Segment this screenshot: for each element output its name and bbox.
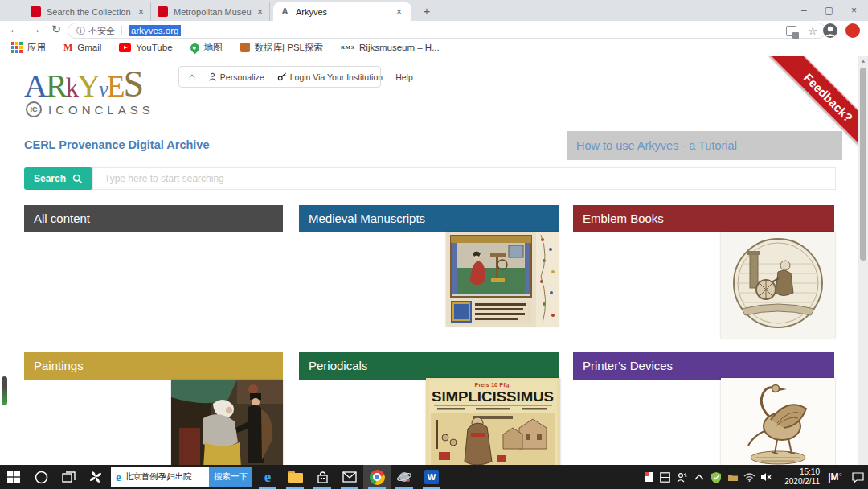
bookmark-gmail[interactable]: M Gmail [63,42,101,54]
tile-paintings[interactable]: Paintings [24,352,283,465]
bookmark-star-icon[interactable]: ☆ [808,25,817,37]
security-indicator[interactable]: ⓘ 不安全 [76,25,115,37]
window-close-button[interactable]: × [851,5,857,16]
nav-home[interactable]: ⌂ [189,71,195,83]
bookmark-rijksmuseum[interactable]: RMS Rijksmuseum – H... [341,43,440,52]
task-view-button[interactable] [55,465,82,489]
bookmark-label: Rijksmuseum – H... [359,43,440,52]
taskbar-store[interactable] [309,465,336,489]
tile-header[interactable]: Periodicals [299,352,559,380]
tray-grid-app[interactable] [657,465,674,489]
tab-arkyves-active[interactable]: A Arkyves × [273,2,411,21]
search-button[interactable]: Search [24,167,92,190]
iconclass-logo[interactable]: IC ICONCLASS [26,101,154,117]
tab-close-icon[interactable]: × [138,6,144,18]
search-button-label: Search [34,173,66,184]
periodical-thumbnail[interactable]: Preis 10 Pfg. SIMPLICISSIMUS [426,378,560,466]
emblem-book-thumbnail[interactable] [721,232,835,339]
tile-emblem-books[interactable]: Emblem Books [573,205,834,340]
profile-avatar[interactable] [823,23,837,38]
painting-thumbnail[interactable] [171,380,283,468]
tray-expand[interactable] [690,465,707,489]
taskbar-edge[interactable]: e [254,465,281,489]
tile-all-content[interactable]: All content [24,205,283,340]
tab-close-icon[interactable]: × [396,6,402,18]
clock-date: 2020/2/11 [775,477,820,487]
cortana-button[interactable] [27,465,55,489]
address-bar[interactable]: ⓘ 不安全 arkyves.org ☆ [68,23,826,39]
nav-login-institution[interactable]: Login Via Your Institution [277,72,383,82]
bookmark-youtube[interactable]: YouTube [119,43,172,52]
translate-icon[interactable] [786,26,796,36]
logo-letter: A [24,67,46,105]
scrollbar-thumb[interactable] [860,68,866,261]
cerl-provenance-link[interactable]: CERL Provenance Digital Archive [24,138,209,151]
bookmarks-bar: 应用 M Gmail YouTube 地图 数据库| PSL探索 RMS Rij… [0,40,868,55]
folder-icon [288,471,303,483]
tab-close-icon[interactable]: × [257,6,263,18]
search-input[interactable] [92,167,836,190]
tab-met-search[interactable]: Search the Collection | The M × [24,2,151,21]
action-center-button[interactable] [847,465,868,489]
subtitle-lines [437,408,547,410]
window-minimize-button[interactable]: – [801,5,807,16]
taskbar-search-box[interactable]: e 北京首例孕妇出院 搜索一下 [111,467,252,487]
taskbar-word[interactable]: W [418,465,445,489]
nav-label: Personalize [220,72,264,82]
tab-met-museum[interactable]: Metropolitan Museum of Art × [151,2,270,21]
tray-document[interactable] [640,465,657,489]
tile-header[interactable]: Emblem Books [573,205,834,232]
grid-icon [660,472,670,483]
tab-title: Metropolitan Museum of Art [174,7,252,17]
taskbar-globe-browser[interactable] [391,465,418,489]
page-content: ARkYvES IC ICONCLASS ⌂ Personalize [0,56,868,465]
taskbar-clock[interactable]: 15:10 2020/2/11 [775,467,823,487]
tray-volume-muted[interactable] [758,465,775,489]
back-icon[interactable]: ← [6,23,23,35]
bookmark-maps[interactable]: 地图 [190,42,223,54]
security-label: 不安全 [88,25,115,37]
taskbar-mail[interactable] [336,465,363,489]
tile-periodicals[interactable]: Periodicals Preis 10 Pfg. SIMPLICISSIMUS [299,352,559,465]
edge-icon: e [116,471,121,484]
start-button[interactable] [0,465,27,489]
bookmark-apps[interactable]: 应用 [11,42,46,54]
bookmark-psl[interactable]: 数据库| PSL探索 [240,42,323,54]
tray-wifi[interactable] [741,465,758,489]
url-text[interactable]: arkyves.org [129,25,181,36]
scroll-up-icon[interactable]: ▲ [858,56,868,65]
periodical-masthead: SIMPLICISSIMUS [432,389,554,405]
tile-printers-devices[interactable]: Printer's Devices [573,352,834,465]
tile-medieval-manuscripts[interactable]: Medieval Manuscripts [299,205,559,340]
printers-device-thumbnail[interactable] [721,378,835,466]
chrome-update-badge[interactable] [845,23,860,38]
forward-icon[interactable]: → [27,23,43,35]
tray-people[interactable] [674,465,690,489]
page-scrollbar[interactable]: ▲ [858,56,868,465]
tile-header[interactable]: Medieval Manuscripts [299,205,559,232]
logo-letter: v [99,77,107,102]
home-icon: ⌂ [189,71,195,83]
tutorial-link[interactable]: How to use Arkyves - a Tutorial [567,131,842,160]
nav-personalize[interactable]: Personalize [208,72,264,82]
met-favicon [158,6,168,17]
tile-header[interactable]: All content [24,205,283,232]
tray-folder[interactable] [724,465,741,489]
taskbar-chrome[interactable] [363,465,391,489]
nav-help[interactable]: Help [395,72,413,82]
taskbar-search-button[interactable]: 搜索一下 [209,467,252,487]
tile-header[interactable]: Paintings [24,352,283,380]
medieval-manuscript-thumbnail[interactable] [446,232,559,327]
taskbar-file-explorer[interactable] [281,465,309,489]
new-tab-button[interactable]: + [418,3,436,19]
logo-letter: k [66,73,78,103]
folder-small-icon [727,473,739,482]
arkyves-logo[interactable]: ARkYvES [24,63,142,105]
window-maximize-button[interactable]: ▢ [825,5,833,16]
reload-icon[interactable]: ↻ [48,23,64,35]
tile-header[interactable]: Printer's Devices [573,352,834,380]
input-method-icon[interactable]: |M○ [823,471,847,483]
pinwheel-app-button[interactable] [82,465,109,489]
person-outline-icon [208,72,217,81]
tray-security[interactable] [707,465,724,489]
